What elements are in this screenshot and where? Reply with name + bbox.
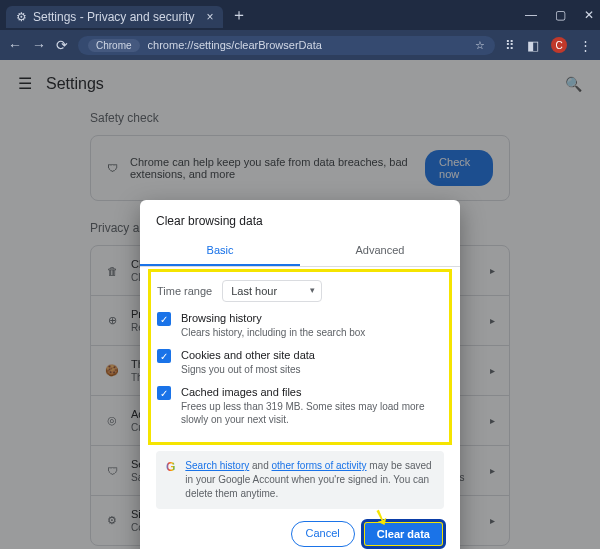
back-button[interactable]: ← (8, 37, 22, 53)
checkbox[interactable]: ✓ (157, 312, 171, 326)
browser-toolbar: ← → ⟳ Chrome chrome://settings/clearBrow… (0, 30, 600, 60)
other-activity-link[interactable]: other forms of activity (272, 460, 367, 471)
extensions-icon[interactable]: ⠿ (505, 38, 515, 53)
profile-avatar[interactable]: C (551, 37, 567, 53)
google-logo-icon: G (166, 459, 175, 501)
gear-icon: ⚙ (16, 10, 27, 24)
side-panel-icon[interactable]: ◧ (527, 38, 539, 53)
browser-tab[interactable]: ⚙ Settings - Privacy and security × (6, 6, 223, 28)
clear-option-row: ✓Cookies and other site dataSigns you ou… (157, 349, 443, 376)
forward-button[interactable]: → (32, 37, 46, 53)
option-subtitle: Signs you out of most sites (181, 363, 315, 376)
checkbox[interactable]: ✓ (157, 386, 171, 400)
time-range-label: Time range (157, 285, 212, 297)
option-title: Cached images and files (181, 386, 443, 398)
cancel-button[interactable]: Cancel (291, 521, 355, 547)
clear-option-row: ✓Cached images and filesFrees up less th… (157, 386, 443, 426)
time-range-select[interactable]: Last hour (222, 280, 322, 302)
menu-icon[interactable]: ⋮ (579, 38, 592, 53)
tab-basic[interactable]: Basic (140, 236, 300, 266)
window-titlebar: ⚙ Settings - Privacy and security × ＋ — … (0, 0, 600, 30)
search-history-link[interactable]: Search history (185, 460, 249, 471)
clear-data-button[interactable]: Clear data (363, 521, 444, 547)
option-title: Cookies and other site data (181, 349, 315, 361)
option-subtitle: Frees up less than 319 MB. Some sites ma… (181, 400, 443, 426)
reload-button[interactable]: ⟳ (56, 37, 68, 53)
minimize-button[interactable]: — (525, 8, 537, 22)
omnibox-url: chrome://settings/clearBrowserData (148, 39, 322, 51)
option-title: Browsing history (181, 312, 365, 324)
clear-option-row: ✓Browsing historyClears history, includi… (157, 312, 443, 339)
settings-page: ☰ Settings 🔍 Safety check 🛡 Chrome can h… (0, 60, 600, 549)
clear-browsing-data-dialog: Clear browsing data Basic Advanced Time … (140, 200, 460, 549)
close-window-button[interactable]: ✕ (584, 8, 594, 22)
options-highlight: Time range Last hour ✓Browsing historyCl… (148, 269, 452, 445)
new-tab-button[interactable]: ＋ (231, 5, 247, 26)
tab-title-text: Settings - Privacy and security (33, 10, 194, 24)
time-range-value: Last hour (231, 285, 277, 297)
checkbox[interactable]: ✓ (157, 349, 171, 363)
address-bar[interactable]: Chrome chrome://settings/clearBrowserDat… (78, 36, 495, 55)
bookmark-star-icon[interactable]: ☆ (475, 39, 485, 52)
dialog-title: Clear browsing data (140, 214, 460, 236)
option-subtitle: Clears history, including in the search … (181, 326, 365, 339)
maximize-button[interactable]: ▢ (555, 8, 566, 22)
close-tab-icon[interactable]: × (206, 10, 213, 24)
tab-advanced[interactable]: Advanced (300, 236, 460, 266)
google-account-info: G Search history and other forms of acti… (156, 451, 444, 509)
omnibox-chip: Chrome (88, 39, 140, 52)
